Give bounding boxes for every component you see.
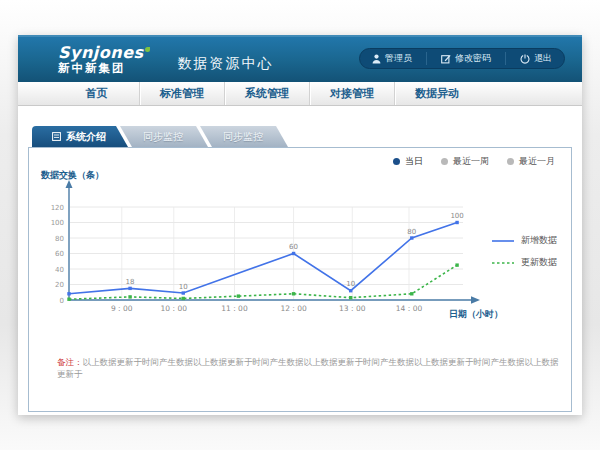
legend-label: 新增数据 — [521, 234, 557, 247]
legend-line-icon — [491, 260, 515, 266]
nav-item-2[interactable]: 系统管理 — [224, 82, 309, 105]
range-option-label: 当日 — [405, 155, 423, 168]
svg-text:18: 18 — [126, 278, 135, 286]
change-password-button[interactable]: 修改密码 — [426, 52, 491, 65]
content-panel: 当日最近一周最近一月 数据交换（条）日期（小时）0204060801001209… — [28, 147, 572, 412]
logo-company-name: 新中新集团 — [58, 62, 150, 74]
tab-label: 同步监控 — [223, 130, 263, 144]
user-toolbar: 管理员 修改密码 退出 — [359, 48, 565, 69]
range-option-label: 最近一周 — [453, 155, 489, 168]
range-option-label: 最近一月 — [519, 155, 555, 168]
footnote-text: 以上数据更新于时间产生数据以上数据更新于时间产生数据以上数据更新于时间产生数据以… — [57, 357, 559, 379]
svg-text:60: 60 — [55, 250, 64, 258]
logo-wordmark: Synjones — [58, 43, 144, 62]
chart-legend: 新增数据更新数据 — [491, 234, 557, 278]
main-nav: 首页标准管理系统管理对接管理数据异动 — [18, 82, 582, 106]
svg-text:0: 0 — [60, 297, 64, 305]
user-name-label: 管理员 — [385, 52, 412, 65]
legend-item-0: 新增数据 — [491, 234, 557, 247]
power-icon — [520, 54, 530, 64]
app-header: Synjones 新中新集团 数据资源中心 管理员 修改密码 — [18, 35, 582, 82]
svg-text:14 : 00: 14 : 00 — [396, 304, 423, 313]
nav-item-3[interactable]: 对接管理 — [309, 82, 394, 105]
change-password-label: 修改密码 — [455, 52, 491, 65]
range-option-2[interactable]: 最近一月 — [507, 155, 555, 168]
logout-label: 退出 — [534, 52, 552, 65]
svg-text:120: 120 — [51, 204, 64, 212]
radio-dot-icon — [441, 158, 448, 165]
tab-1[interactable]: 同步监控 — [120, 126, 208, 147]
tab-2[interactable]: 同步监控 — [200, 126, 288, 147]
svg-text:60: 60 — [289, 243, 298, 251]
tab-0[interactable]: 系统介绍 — [32, 126, 128, 147]
radio-dot-icon — [507, 158, 514, 165]
radio-dot-icon — [393, 158, 400, 165]
legend-label: 更新数据 — [521, 256, 557, 269]
app-window: Synjones 新中新集团 数据资源中心 管理员 修改密码 — [18, 35, 582, 415]
range-option-0[interactable]: 当日 — [393, 155, 423, 168]
range-option-1[interactable]: 最近一周 — [441, 155, 489, 168]
svg-text:100: 100 — [450, 212, 463, 220]
edit-icon — [441, 54, 451, 64]
line-chart: 数据交换（条）日期（小时）0204060801001209 : 0010 : 0… — [37, 170, 507, 330]
svg-text:10 : 00: 10 : 00 — [161, 304, 188, 313]
footnote: 备注：以上数据更新于时间产生数据以上数据更新于时间产生数据以上数据更新于时间产生… — [57, 357, 559, 381]
tab-bar: 系统介绍同步监控同步监控 — [18, 126, 582, 147]
time-range-selector: 当日最近一周最近一月 — [393, 155, 555, 168]
user-icon — [372, 54, 381, 64]
logo-leaf-icon — [145, 47, 150, 52]
synjones-logo: Synjones 新中新集团 — [58, 45, 150, 74]
svg-text:80: 80 — [55, 235, 64, 243]
footnote-prefix: 备注： — [57, 357, 83, 367]
page-title: 数据资源中心 — [178, 55, 274, 73]
svg-text:9 : 00: 9 : 00 — [111, 304, 133, 313]
logout-button[interactable]: 退出 — [505, 52, 552, 65]
svg-text:100: 100 — [51, 219, 64, 227]
svg-text:20: 20 — [55, 281, 64, 289]
svg-text:10: 10 — [346, 280, 355, 288]
tab-label: 系统介绍 — [66, 130, 106, 144]
legend-line-icon — [491, 238, 515, 244]
tab-label: 同步监控 — [143, 130, 183, 144]
svg-text:40: 40 — [55, 266, 64, 274]
current-user-button[interactable]: 管理员 — [372, 52, 412, 65]
svg-text:12 : 00: 12 : 00 — [280, 304, 307, 313]
svg-text:数据交换（条）: 数据交换（条） — [40, 170, 104, 180]
svg-text:80: 80 — [407, 228, 416, 236]
svg-text:11 : 00: 11 : 00 — [221, 304, 248, 313]
nav-item-1[interactable]: 标准管理 — [139, 82, 224, 105]
nav-item-4[interactable]: 数据异动 — [394, 82, 479, 105]
nav-item-0[interactable]: 首页 — [54, 82, 139, 105]
svg-text:日期（小时）: 日期（小时） — [449, 309, 503, 319]
document-icon — [52, 132, 61, 141]
desktop-background: Synjones 新中新集团 数据资源中心 管理员 修改密码 — [0, 0, 600, 450]
legend-item-1: 更新数据 — [491, 256, 557, 269]
svg-text:13 : 00: 13 : 00 — [339, 304, 366, 313]
svg-text:10: 10 — [179, 283, 188, 291]
